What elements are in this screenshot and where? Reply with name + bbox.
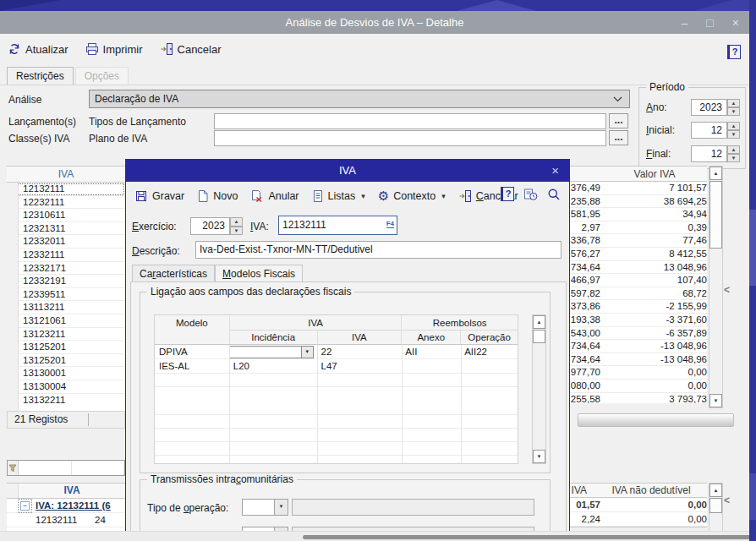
table-row[interactable]: DPIVA ▼ 22 AII AII22: [155, 345, 518, 359]
taskbar-scrollbar[interactable]: [0, 531, 756, 541]
imprimir-button[interactable]: Imprimir: [85, 42, 143, 56]
group-row[interactable]: − IVA: 12132111 (6: [7, 499, 125, 513]
atualizar-button[interactable]: Atualizar: [8, 42, 68, 56]
scroll-down-icon[interactable]: ▼: [709, 394, 722, 407]
dropdown-arrow-icon: ▾: [441, 192, 446, 200]
table-row[interactable]: 12132111 24: [7, 513, 125, 527]
iva-column-header[interactable]: IVA: [19, 484, 125, 498]
help-icon[interactable]: ?: [501, 187, 514, 201]
table-row[interactable]: 12310611: [7, 209, 125, 222]
operacao-column-header[interactable]: Operação: [460, 331, 518, 344]
tipo-operacao-combobox[interactable]: ▼: [242, 499, 288, 516]
exit-door-icon: [458, 189, 472, 203]
incidencia-combobox[interactable]: ▼: [229, 346, 314, 358]
table-row[interactable]: 13130004: [7, 380, 125, 394]
desktop-triangle: [693, 0, 756, 11]
close-button[interactable]: ×: [732, 16, 739, 30]
table-row[interactable]: 12332111: [7, 249, 125, 262]
combo-arrow-icon[interactable]: ▼: [274, 500, 288, 515]
lancamentos-browse-button[interactable]: ...: [609, 113, 628, 128]
tab-caracteristicas[interactable]: Características: [132, 265, 215, 281]
search-icon[interactable]: [547, 188, 561, 201]
anular-button[interactable]: Anular: [250, 189, 299, 203]
iva-column-header[interactable]: IVA: [7, 167, 125, 183]
scrollbar-thumb[interactable]: [709, 181, 722, 249]
table-row[interactable]: 13130001: [7, 367, 125, 380]
table-row[interactable]: 13125201: [7, 341, 125, 354]
table-row[interactable]: 12132111: [7, 183, 125, 196]
collapse-group-icon[interactable]: −: [20, 501, 30, 511]
iva-code-input[interactable]: 12132111 F4: [278, 216, 397, 235]
inicial-stepper[interactable]: ▲▼: [727, 122, 740, 139]
iva-column-header[interactable]: IVA: [317, 331, 402, 344]
scroll-up-icon[interactable]: ▲: [709, 484, 722, 497]
table-row[interactable]: 13123211: [7, 328, 125, 342]
help-icon[interactable]: ?: [727, 45, 741, 59]
inicial-input[interactable]: 12: [691, 122, 727, 139]
filter-row[interactable]: [7, 460, 125, 476]
table-row[interactable]: 12332191: [7, 275, 125, 288]
table-row[interactable]: IES-AL L20 L47: [155, 359, 518, 374]
novo-button[interactable]: Novo: [197, 189, 238, 203]
table-row[interactable]: 12339511: [7, 288, 125, 302]
f4-lookup-icon[interactable]: F4: [386, 220, 394, 228]
valor-iva-column-header[interactable]: Valor IVA: [602, 167, 707, 181]
ano-input[interactable]: 2023: [691, 99, 727, 116]
listas-button[interactable]: Listas ▾: [312, 189, 365, 203]
tab-opcoes[interactable]: Opções: [75, 67, 129, 85]
horizontal-scrollbar[interactable]: [578, 413, 734, 427]
classes-iva-type-label: Plano de IVA: [89, 133, 147, 145]
classes-iva-input[interactable]: [214, 130, 606, 146]
table-row[interactable]: 12332171: [7, 262, 125, 276]
anexo-column-header[interactable]: Anexo: [401, 331, 460, 344]
periodo-legend: Período: [646, 81, 688, 93]
modal-titlebar[interactable]: IVA ×: [126, 160, 569, 182]
exercicio-stepper[interactable]: ▲▼: [230, 217, 243, 235]
modelo-column-header[interactable]: Modelo: [155, 315, 229, 331]
table-vertical-scrollbar[interactable]: ▲ ▼: [532, 314, 546, 464]
iva-group-header[interactable]: IVA: [229, 315, 402, 331]
reembolsos-group-header[interactable]: Reembolsos: [401, 315, 518, 331]
filter-cell[interactable]: [19, 461, 71, 475]
scrollbar-thumb[interactable]: [303, 535, 751, 539]
maximize-button[interactable]: □: [706, 16, 713, 30]
classes-iva-browse-button[interactable]: ...: [609, 130, 628, 145]
tab-restricoes[interactable]: Restrições: [7, 67, 74, 85]
combo-arrow-icon[interactable]: ▼: [301, 347, 313, 358]
table-row[interactable]: 13113211: [7, 301, 125, 314]
table-row[interactable]: 12232111: [7, 196, 125, 210]
incidencia-column-header[interactable]: Incidência: [229, 331, 317, 344]
minimize-button[interactable]: –: [682, 16, 688, 30]
analise-combobox[interactable]: Declaração de IVA: [89, 90, 630, 108]
spin-down-icon: ▼: [727, 130, 740, 139]
scrollbar-thumb[interactable]: [709, 498, 722, 513]
gravar-button[interactable]: Gravar: [134, 189, 184, 203]
descricao-input[interactable]: Iva-Ded-Exist.-Txnor-MN-TT/Dedutivel: [195, 241, 562, 259]
collapse-panel-icon[interactable]: <: [724, 284, 730, 296]
contexto-button[interactable]: ⚙ Contexto ▾: [378, 190, 446, 202]
collapse-panel-icon[interactable]: <: [724, 495, 730, 506]
table-row[interactable]: 13125201: [7, 354, 125, 368]
final-stepper[interactable]: ▲▼: [727, 145, 740, 162]
main-titlebar[interactable]: Análise de Desvios de IVA – Detalhe – □ …: [0, 11, 749, 34]
cancelar-button[interactable]: Cancelar: [160, 42, 222, 56]
exercicio-input[interactable]: 2023: [190, 217, 230, 235]
lancamentos-input[interactable]: [214, 113, 606, 129]
scroll-down-icon[interactable]: ▼: [533, 450, 545, 463]
table-row[interactable]: 13132211: [7, 394, 125, 404]
scroll-up-icon[interactable]: ▲: [533, 315, 545, 329]
spin-up-icon: ▲: [230, 217, 243, 227]
final-input[interactable]: 12: [691, 145, 727, 162]
iva-nao-dedutivel-column-header[interactable]: IVA não dedutível: [600, 484, 702, 497]
scroll-up-icon[interactable]: ▲: [709, 167, 722, 180]
ano-stepper[interactable]: ▲▼: [727, 99, 740, 116]
vertical-scrollbar[interactable]: ▲ ▼: [709, 166, 723, 408]
filter-cell[interactable]: [72, 461, 124, 475]
audit-history-icon[interactable]: [523, 188, 538, 201]
table-row[interactable]: 13121061: [7, 314, 125, 328]
table-row[interactable]: 12321311: [7, 222, 125, 236]
table-row[interactable]: 12332011: [7, 235, 125, 249]
close-icon[interactable]: ×: [551, 160, 559, 182]
scrollbar-thumb[interactable]: [533, 330, 545, 343]
tab-modelos-fiscais[interactable]: Modelos Fiscais: [215, 265, 303, 281]
